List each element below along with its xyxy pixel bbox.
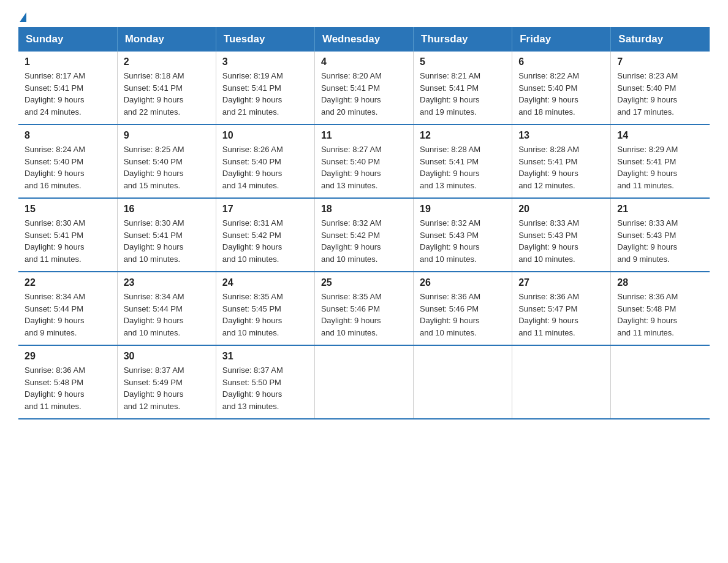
logo <box>18 12 26 23</box>
day-info: Sunrise: 8:27 AMSunset: 5:40 PMDaylight:… <box>321 144 407 191</box>
weekday-header-monday: Monday <box>117 27 216 52</box>
calendar-cell: 13Sunrise: 8:28 AMSunset: 5:41 PMDayligh… <box>512 124 611 198</box>
day-number: 25 <box>321 277 407 288</box>
day-info: Sunrise: 8:17 AMSunset: 5:41 PMDaylight:… <box>25 70 111 118</box>
day-number: 28 <box>617 277 703 288</box>
calendar-cell: 8Sunrise: 8:24 AMSunset: 5:40 PMDaylight… <box>18 124 117 198</box>
day-info: Sunrise: 8:25 AMSunset: 5:40 PMDaylight:… <box>124 144 210 191</box>
day-info: Sunrise: 8:35 AMSunset: 5:45 PMDaylight:… <box>222 291 308 339</box>
weekday-header-wednesday: Wednesday <box>314 27 413 52</box>
day-number: 4 <box>321 56 407 67</box>
day-info: Sunrise: 8:35 AMSunset: 5:46 PMDaylight:… <box>321 291 407 339</box>
calendar-cell: 29Sunrise: 8:36 AMSunset: 5:48 PMDayligh… <box>18 345 117 419</box>
calendar-cell: 26Sunrise: 8:36 AMSunset: 5:46 PMDayligh… <box>414 272 512 345</box>
weekday-header-sunday: Sunday <box>18 27 117 52</box>
weekday-header-thursday: Thursday <box>414 27 512 52</box>
calendar-cell: 5Sunrise: 8:21 AMSunset: 5:41 PMDaylight… <box>414 52 512 124</box>
day-info: Sunrise: 8:36 AMSunset: 5:48 PMDaylight:… <box>25 364 111 412</box>
day-info: Sunrise: 8:18 AMSunset: 5:41 PMDaylight:… <box>124 70 210 118</box>
week-row-5: 29Sunrise: 8:36 AMSunset: 5:48 PMDayligh… <box>18 345 710 419</box>
calendar-cell <box>314 345 413 419</box>
day-info: Sunrise: 8:19 AMSunset: 5:41 PMDaylight:… <box>222 70 308 118</box>
day-info: Sunrise: 8:20 AMSunset: 5:41 PMDaylight:… <box>321 70 407 118</box>
day-info: Sunrise: 8:28 AMSunset: 5:41 PMDaylight:… <box>518 144 604 191</box>
day-info: Sunrise: 8:34 AMSunset: 5:44 PMDaylight:… <box>124 291 210 339</box>
day-info: Sunrise: 8:26 AMSunset: 5:40 PMDaylight:… <box>222 144 308 191</box>
calendar-cell: 10Sunrise: 8:26 AMSunset: 5:40 PMDayligh… <box>216 124 314 198</box>
day-info: Sunrise: 8:22 AMSunset: 5:40 PMDaylight:… <box>518 70 604 118</box>
calendar-cell <box>512 345 611 419</box>
logo-triangle-icon <box>20 12 26 22</box>
calendar-table: SundayMondayTuesdayWednesdayThursdayFrid… <box>18 27 710 419</box>
calendar-cell: 11Sunrise: 8:27 AMSunset: 5:40 PMDayligh… <box>314 124 413 198</box>
day-number: 27 <box>518 277 604 288</box>
day-number: 11 <box>321 130 407 141</box>
day-number: 26 <box>420 277 506 288</box>
day-number: 2 <box>124 56 210 67</box>
calendar-cell <box>414 345 512 419</box>
day-number: 22 <box>25 277 111 288</box>
calendar-cell: 23Sunrise: 8:34 AMSunset: 5:44 PMDayligh… <box>117 272 216 345</box>
day-number: 23 <box>124 277 210 288</box>
day-info: Sunrise: 8:34 AMSunset: 5:44 PMDaylight:… <box>25 291 111 339</box>
calendar-cell: 30Sunrise: 8:37 AMSunset: 5:49 PMDayligh… <box>117 345 216 419</box>
calendar-cell: 20Sunrise: 8:33 AMSunset: 5:43 PMDayligh… <box>512 198 611 272</box>
day-info: Sunrise: 8:33 AMSunset: 5:43 PMDaylight:… <box>518 217 604 265</box>
day-number: 10 <box>222 130 308 141</box>
day-number: 5 <box>420 56 506 67</box>
day-number: 15 <box>25 204 111 215</box>
calendar-cell: 19Sunrise: 8:32 AMSunset: 5:43 PMDayligh… <box>414 198 512 272</box>
day-number: 6 <box>518 56 604 67</box>
week-row-3: 15Sunrise: 8:30 AMSunset: 5:41 PMDayligh… <box>18 198 710 272</box>
day-info: Sunrise: 8:30 AMSunset: 5:41 PMDaylight:… <box>124 217 210 265</box>
day-number: 20 <box>518 204 604 215</box>
logo-area <box>18 12 26 21</box>
day-number: 3 <box>222 56 308 67</box>
day-info: Sunrise: 8:30 AMSunset: 5:41 PMDaylight:… <box>25 217 111 265</box>
day-info: Sunrise: 8:36 AMSunset: 5:46 PMDaylight:… <box>420 291 506 339</box>
calendar-cell: 7Sunrise: 8:23 AMSunset: 5:40 PMDaylight… <box>611 52 710 124</box>
day-info: Sunrise: 8:29 AMSunset: 5:41 PMDaylight:… <box>617 144 703 191</box>
day-info: Sunrise: 8:37 AMSunset: 5:50 PMDaylight:… <box>222 364 308 412</box>
calendar-cell: 31Sunrise: 8:37 AMSunset: 5:50 PMDayligh… <box>216 345 314 419</box>
day-info: Sunrise: 8:24 AMSunset: 5:40 PMDaylight:… <box>25 144 111 191</box>
day-number: 12 <box>420 130 506 141</box>
day-info: Sunrise: 8:28 AMSunset: 5:41 PMDaylight:… <box>420 144 506 191</box>
calendar-cell: 17Sunrise: 8:31 AMSunset: 5:42 PMDayligh… <box>216 198 314 272</box>
day-number: 31 <box>222 351 308 362</box>
week-row-2: 8Sunrise: 8:24 AMSunset: 5:40 PMDaylight… <box>18 124 710 198</box>
calendar-cell: 24Sunrise: 8:35 AMSunset: 5:45 PMDayligh… <box>216 272 314 345</box>
calendar-cell: 4Sunrise: 8:20 AMSunset: 5:41 PMDaylight… <box>314 52 413 124</box>
day-info: Sunrise: 8:32 AMSunset: 5:42 PMDaylight:… <box>321 217 407 265</box>
day-number: 17 <box>222 204 308 215</box>
calendar-cell: 27Sunrise: 8:36 AMSunset: 5:47 PMDayligh… <box>512 272 611 345</box>
calendar-cell: 18Sunrise: 8:32 AMSunset: 5:42 PMDayligh… <box>314 198 413 272</box>
calendar-cell: 16Sunrise: 8:30 AMSunset: 5:41 PMDayligh… <box>117 198 216 272</box>
weekday-header-friday: Friday <box>512 27 611 52</box>
day-info: Sunrise: 8:21 AMSunset: 5:41 PMDaylight:… <box>420 70 506 118</box>
weekday-header-row: SundayMondayTuesdayWednesdayThursdayFrid… <box>18 27 710 52</box>
day-number: 18 <box>321 204 407 215</box>
day-number: 19 <box>420 204 506 215</box>
calendar-cell: 9Sunrise: 8:25 AMSunset: 5:40 PMDaylight… <box>117 124 216 198</box>
day-number: 1 <box>25 56 111 67</box>
calendar-cell: 2Sunrise: 8:18 AMSunset: 5:41 PMDaylight… <box>117 52 216 124</box>
calendar-cell: 3Sunrise: 8:19 AMSunset: 5:41 PMDaylight… <box>216 52 314 124</box>
calendar-cell: 25Sunrise: 8:35 AMSunset: 5:46 PMDayligh… <box>314 272 413 345</box>
day-number: 9 <box>124 130 210 141</box>
calendar-cell <box>611 345 710 419</box>
calendar-cell: 22Sunrise: 8:34 AMSunset: 5:44 PMDayligh… <box>18 272 117 345</box>
day-number: 24 <box>222 277 308 288</box>
day-info: Sunrise: 8:36 AMSunset: 5:48 PMDaylight:… <box>617 291 703 339</box>
page-header <box>18 12 710 21</box>
day-number: 29 <box>25 351 111 362</box>
weekday-header-tuesday: Tuesday <box>216 27 314 52</box>
calendar-cell: 21Sunrise: 8:33 AMSunset: 5:43 PMDayligh… <box>611 198 710 272</box>
day-info: Sunrise: 8:23 AMSunset: 5:40 PMDaylight:… <box>617 70 703 118</box>
day-number: 30 <box>124 351 210 362</box>
day-number: 14 <box>617 130 703 141</box>
calendar-cell: 12Sunrise: 8:28 AMSunset: 5:41 PMDayligh… <box>414 124 512 198</box>
day-info: Sunrise: 8:36 AMSunset: 5:47 PMDaylight:… <box>518 291 604 339</box>
day-number: 8 <box>25 130 111 141</box>
weekday-header-saturday: Saturday <box>611 27 710 52</box>
